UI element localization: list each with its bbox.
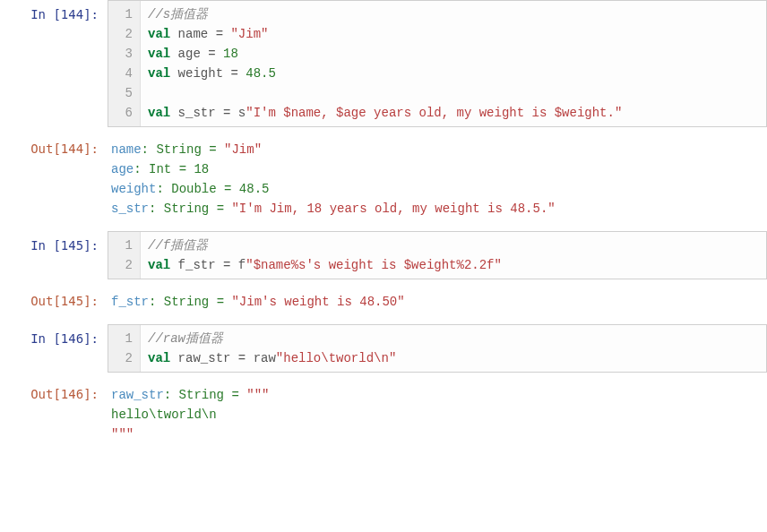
line-number: 2 <box>114 24 133 44</box>
output-type: : Double = <box>156 182 238 196</box>
output-area-146: raw_str: String = """ hello\tworld\n """ <box>108 380 767 450</box>
code-line[interactable]: val weight = 48.5 <box>148 64 759 83</box>
ident-token: s_str <box>170 106 223 120</box>
output-value: 48.5 <box>239 182 270 196</box>
output-cell-145: Out[145]: f_str: String = "Jim's weight … <box>0 287 767 317</box>
operator-token: = <box>216 27 231 41</box>
string-token: "Jim" <box>230 27 268 41</box>
output-type: : String = <box>149 295 231 309</box>
line-gutter: 1 2 <box>108 232 141 279</box>
operator-token: = <box>208 47 223 61</box>
line-number: 5 <box>114 83 133 103</box>
number-token: 48.5 <box>246 66 276 81</box>
output-type: : String = <box>142 142 224 157</box>
code-line[interactable]: val f_str = f"$name%s's weight is $weigh… <box>148 255 759 275</box>
code-area-146[interactable]: 1 2 //raw插值器 val raw_str = raw"hello\two… <box>108 324 767 373</box>
code-editor[interactable]: 1 2 //raw插值器 val raw_str = raw"hello\two… <box>108 324 767 373</box>
operator-token: = s <box>223 106 246 120</box>
code-area-145[interactable]: 1 2 //f插值器 val f_str = f"$name%s's weigh… <box>108 231 767 279</box>
output-value: 18 <box>194 162 209 176</box>
output-value: """ <box>246 388 269 402</box>
prompt-out-144: Out[144]: <box>0 134 108 159</box>
output-value: "Jim" <box>224 142 262 157</box>
line-number: 2 <box>114 255 133 275</box>
output-line: age: Int = 18 <box>111 159 767 179</box>
code-line[interactable]: val s_str = s"I'm $name, $age years old,… <box>148 103 759 123</box>
output-type: : String = <box>149 202 231 216</box>
operator-token: = <box>230 66 246 81</box>
line-number: 1 <box>114 329 133 348</box>
output-value: "I'm Jim, 18 years old, my weight is 48.… <box>231 202 555 216</box>
code-editor[interactable]: 1 2 3 4 5 6 //s插值器 val name = "Jim" val … <box>108 0 767 127</box>
code-editor[interactable]: 1 2 //f插值器 val f_str = f"$name%s's weigh… <box>108 231 767 279</box>
output-area-144: name: String = "Jim" age: Int = 18 weigh… <box>108 134 767 224</box>
output-area-145: f_str: String = "Jim's weight is 48.50" <box>108 287 767 317</box>
code-line[interactable]: //s插值器 <box>148 4 759 24</box>
line-gutter: 1 2 <box>108 325 141 372</box>
output-line: hello\tworld\n <box>111 405 767 425</box>
output-ident: f_str <box>111 295 149 309</box>
prompt-in-146: In [146]: <box>0 324 108 348</box>
ident-token: f_str <box>170 258 223 272</box>
line-number: 1 <box>114 236 133 255</box>
line-number: 6 <box>114 103 133 123</box>
keyword-token: val <box>148 27 170 41</box>
string-token: "I'm $name, $age years old, my weight is… <box>246 106 622 120</box>
code-lines[interactable]: //raw插值器 val raw_str = raw"hello\tworld\… <box>141 325 766 372</box>
operator-token: = raw <box>238 351 276 365</box>
keyword-token: val <box>148 258 170 272</box>
comment-token: //s插值器 <box>148 7 208 21</box>
code-line[interactable]: //f插值器 <box>148 236 759 255</box>
output-ident: raw_str <box>111 388 164 402</box>
output-ident: name <box>111 142 142 157</box>
prompt-in-144: In [144]: <box>0 0 108 24</box>
code-lines[interactable]: //s插值器 val name = "Jim" val age = 18 val… <box>141 1 766 126</box>
output-line: name: String = "Jim" <box>111 140 767 159</box>
output-line: raw_str: String = """ <box>111 385 767 405</box>
ident-token: age <box>170 47 208 61</box>
operator-token: = f <box>223 258 246 272</box>
input-cell-145: In [145]: 1 2 //f插值器 val f_str = f"$name… <box>0 231 767 279</box>
code-area-144[interactable]: 1 2 3 4 5 6 //s插值器 val name = "Jim" val … <box>108 0 767 127</box>
output-ident: s_str <box>111 202 149 216</box>
comment-token: //raw插值器 <box>148 331 223 346</box>
comment-token: //f插值器 <box>148 238 208 253</box>
prompt-out-145: Out[145]: <box>0 287 108 311</box>
string-token: "$name%s's weight is $weight%2.2f" <box>246 258 502 272</box>
number-token: 18 <box>223 47 238 61</box>
prompt-in-145: In [145]: <box>0 231 108 255</box>
keyword-token: val <box>148 106 170 120</box>
input-cell-144: In [144]: 1 2 3 4 5 6 //s插值器 val name = … <box>0 0 767 127</box>
output-line: """ <box>111 425 767 444</box>
output-value: "Jim's weight is 48.50" <box>231 295 404 309</box>
code-line[interactable]: val name = "Jim" <box>148 24 759 44</box>
keyword-token: val <box>148 66 170 81</box>
line-number: 4 <box>114 64 133 83</box>
code-line[interactable] <box>148 83 759 103</box>
code-line[interactable]: //raw插值器 <box>148 329 759 348</box>
line-number: 2 <box>114 348 133 368</box>
output-ident: weight <box>111 182 156 196</box>
string-token: "hello\tworld\n" <box>276 351 396 365</box>
line-number: 3 <box>114 44 133 64</box>
output-type: : Int = <box>134 162 194 176</box>
input-cell-146: In [146]: 1 2 //raw插值器 val raw_str = raw… <box>0 324 767 373</box>
output-line: f_str: String = "Jim's weight is 48.50" <box>111 292 767 312</box>
line-number: 1 <box>114 4 133 24</box>
prompt-out-146: Out[146]: <box>0 380 108 404</box>
output-ident: age <box>111 162 134 176</box>
output-cell-144: Out[144]: name: String = "Jim" age: Int … <box>0 134 767 224</box>
output-line: s_str: String = "I'm Jim, 18 years old, … <box>111 199 767 219</box>
code-line[interactable]: val raw_str = raw"hello\tworld\n" <box>148 348 759 368</box>
output-line: weight: Double = 48.5 <box>111 179 767 199</box>
output-cell-146: Out[146]: raw_str: String = """ hello\tw… <box>0 380 767 450</box>
output-value: hello\tworld\n <box>111 408 217 422</box>
output-type: : String = <box>164 388 246 402</box>
code-lines[interactable]: //f插值器 val f_str = f"$name%s's weight is… <box>141 232 766 279</box>
line-gutter: 1 2 3 4 5 6 <box>108 1 141 126</box>
keyword-token: val <box>148 47 170 61</box>
ident-token: name <box>170 27 215 41</box>
code-line[interactable]: val age = 18 <box>148 44 759 64</box>
ident-token: weight <box>170 66 230 81</box>
keyword-token: val <box>148 351 170 365</box>
